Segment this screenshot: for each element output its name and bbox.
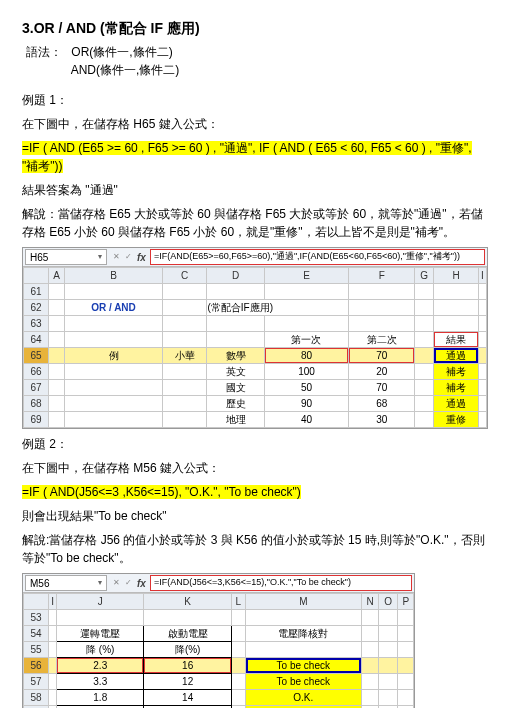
example2-result: 則會出現結果"To be check" (22, 507, 488, 525)
col-header-row-2: IJK LMN OP (24, 594, 414, 610)
syntax-or: OR(條件一,條件二) (71, 45, 172, 59)
cell-h65-selected: 通過 (434, 348, 479, 364)
row-65-highlight: 65例小華數學 8070 通過 (24, 348, 487, 364)
formula-bar-2[interactable]: =IF(AND(J56<=3,K56<=15),"O.K.","To be ch… (150, 575, 413, 591)
cell-m56-selected: To be check (245, 658, 361, 674)
example1-explain: 解說：當儲存格 E65 大於或等於 60 與儲存格 F65 大於或等於 60，就… (22, 205, 488, 241)
fx-cancel-icon: ✕ (111, 578, 121, 588)
section-header: 3.OR / AND (常配合 IF 應用) (22, 18, 488, 39)
spreadsheet-grid-2[interactable]: IJK LMN OP 53 54運轉電壓啟動電壓電壓降核對 55降 (%)降(%… (23, 593, 414, 708)
spreadsheet-grid-1[interactable]: ABC DEF GHI 61 62OR / AND(常配合IF應用) 63 64… (23, 267, 487, 428)
example2-formula: =IF ( AND(J56<=3 ,K56<=15), "O.K.", "To … (22, 483, 488, 501)
fx-icon[interactable]: fx (137, 576, 146, 591)
excel-screenshot-1: H65▾ ✕✓ fx =IF(AND(E65>=60,F65>=60),"通過"… (22, 247, 488, 429)
example2-title: 例題 2： (22, 435, 488, 453)
chevron-down-icon: ▾ (98, 251, 102, 263)
fx-enter-icon: ✓ (123, 252, 133, 262)
name-box[interactable]: H65▾ (25, 249, 107, 265)
formula-bar-row-2: M56▾ ✕✓ fx =IF(AND(J56<=3,K56<=15),"O.K.… (23, 574, 414, 593)
example1-formula: =IF ( AND (E65 >= 60 , F65 >= 60 ) , "通過… (22, 139, 488, 175)
row-56-highlight: 56 2.3 16 To be check (24, 658, 414, 674)
example1-intro: 在下圖中，在儲存格 H65 鍵入公式： (22, 115, 488, 133)
syntax-line-1: 語法： OR(條件一,條件二) (26, 43, 488, 61)
formula-bar[interactable]: =IF(AND(E65>=60,F65>=60),"通過",IF(AND(E65… (150, 249, 485, 265)
fx-cancel-icon: ✕ (111, 252, 121, 262)
fx-enter-icon: ✓ (123, 578, 133, 588)
example2-explain: 解說:當儲存格 J56 的值小於或等於 3 與 K56 的值小於或等於 15 時… (22, 531, 488, 567)
example1-title: 例題 1： (22, 91, 488, 109)
syntax-and: AND(條件一,條件二) (71, 63, 180, 77)
col-header-row: ABC DEF GHI (24, 268, 487, 284)
chevron-down-icon: ▾ (98, 577, 102, 589)
example1-result: 結果答案為 "通過" (22, 181, 488, 199)
syntax-line-2: AND(條件一,條件二) (26, 61, 488, 79)
name-box-2[interactable]: M56▾ (25, 575, 107, 591)
syntax-label: 語法： (26, 43, 68, 61)
fx-icon[interactable]: fx (137, 250, 146, 265)
formula-bar-row: H65▾ ✕✓ fx =IF(AND(E65>=60,F65>=60),"通過"… (23, 248, 487, 267)
example2-intro: 在下圖中，在儲存格 M56 鍵入公式： (22, 459, 488, 477)
excel-screenshot-2: M56▾ ✕✓ fx =IF(AND(J56<=3,K56<=15),"O.K.… (22, 573, 415, 708)
